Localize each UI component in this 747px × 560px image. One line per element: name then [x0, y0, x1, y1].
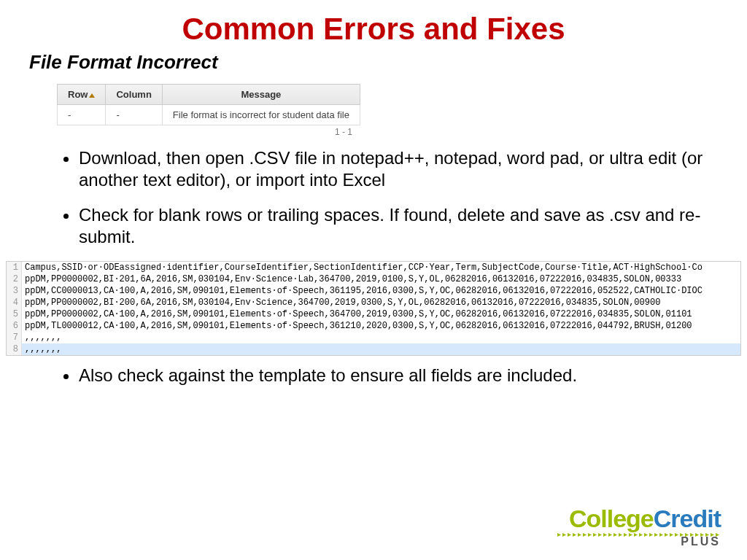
table-header-message[interactable]: Message: [162, 85, 360, 105]
line-number: 7: [7, 332, 22, 343]
logo-part1: College: [569, 505, 654, 532]
csv-line: ppDM,TL0000012,CA·100,A,2016,SM,090101,E…: [22, 320, 740, 332]
cell-column: -: [106, 105, 162, 125]
table-header-row-label: Row: [68, 89, 88, 100]
list-item: Check for blank rows or trailing spaces.…: [79, 204, 718, 248]
line-number: 4: [7, 297, 22, 308]
table-pagination: 1 - 1: [57, 127, 352, 137]
sort-asc-icon: [89, 93, 95, 98]
table-header-row[interactable]: Row: [58, 85, 106, 105]
logo-part2: Credit: [654, 505, 721, 532]
line-number: 5: [7, 308, 22, 320]
bullet-list-top: Download, then open .CSV file in notepad…: [29, 147, 718, 248]
slide-title: Common Errors and Fixes: [29, 12, 718, 47]
college-credit-plus-logo: CollegeCredit ▸▸▸▸▸▸▸▸▸▸▸▸▸▸▸▸▸▸▸▸▸▸▸▸▸▸…: [557, 505, 721, 548]
csv-line: ppDM,PP0000002,BI·201,6A,2016,SM,030104,…: [22, 273, 740, 285]
csv-screenshot: 1Campus,SSID·or·ODEassigned·identifier,C…: [6, 261, 741, 356]
csv-line: Campus,SSID·or·ODEassigned·identifier,Co…: [22, 262, 740, 273]
table-header-column[interactable]: Column: [106, 85, 162, 105]
line-number: 3: [7, 285, 22, 297]
cell-message: File format is incorrect for student dat…: [162, 105, 360, 125]
line-number: 8: [7, 343, 22, 355]
table-row: - - File format is incorrect for student…: [58, 105, 360, 125]
csv-line: ppDM,PP0000002,BI·200,6A,2016,SM,030104,…: [22, 297, 740, 308]
csv-line: ppDM,CC0000013,CA·100,A,2016,SM,090101,E…: [22, 285, 740, 297]
csv-line: ppDM,PP0000002,CA·100,A,2016,SM,090101,E…: [22, 308, 740, 320]
cell-row: -: [58, 105, 106, 125]
line-number: 1: [7, 262, 22, 273]
bullet-list-bottom: Also check against the template to ensur…: [29, 365, 718, 386]
list-item: Download, then open .CSV file in notepad…: [79, 147, 718, 191]
csv-line: ,,,,,,,: [22, 343, 740, 355]
slide-subtitle: File Format Incorrect: [29, 51, 718, 74]
error-table: Row Column Message - - File format is in…: [57, 84, 360, 125]
list-item: Also check against the template to ensur…: [79, 365, 718, 386]
line-number: 2: [7, 273, 22, 285]
line-number: 6: [7, 320, 22, 332]
csv-line: ,,,,,,,: [22, 332, 740, 343]
